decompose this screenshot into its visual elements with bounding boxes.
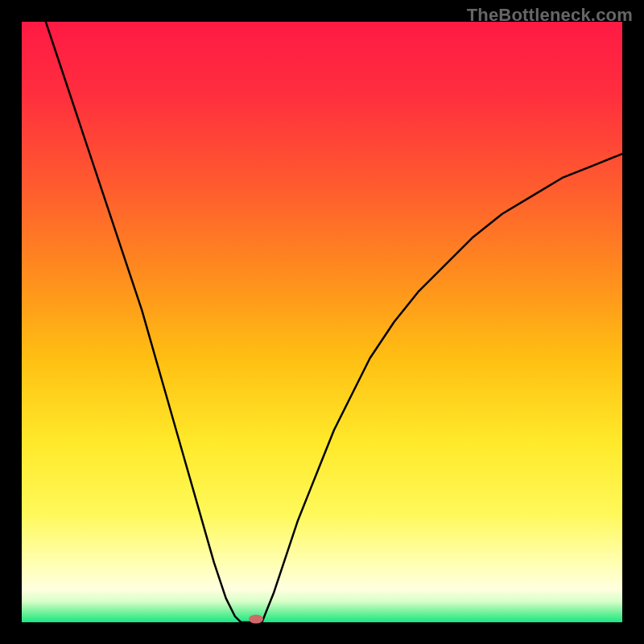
- minimum-marker: [249, 615, 263, 624]
- gradient-background: [22, 22, 622, 622]
- chart-frame: TheBottleneck.com: [0, 0, 644, 644]
- bottleneck-chart: [22, 22, 622, 622]
- watermark-text: TheBottleneck.com: [467, 5, 633, 26]
